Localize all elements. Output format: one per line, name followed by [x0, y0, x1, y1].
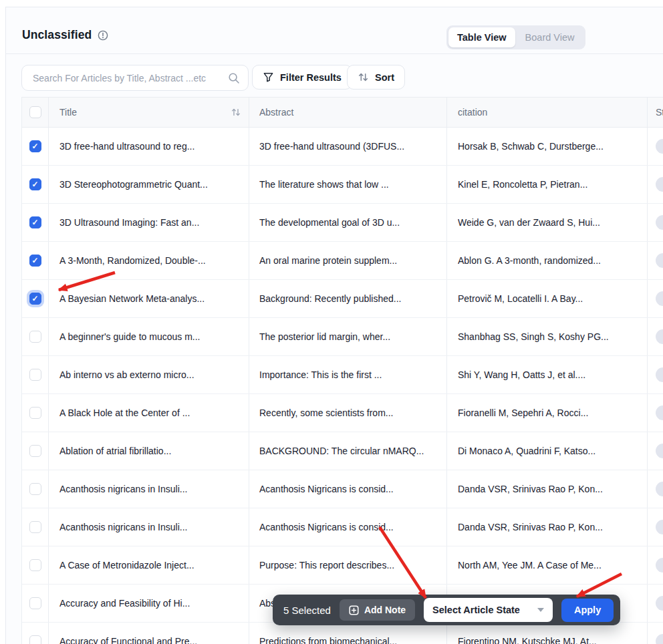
cell-state — [648, 432, 663, 470]
row-checkbox[interactable] — [29, 140, 41, 152]
row-checkbox[interactable] — [29, 597, 41, 609]
state-pill — [656, 558, 663, 573]
view-toggle: Table View Board View — [446, 25, 585, 49]
cell-citation: Ablon G. A 3-month, randomized... — [447, 242, 648, 279]
state-pill — [656, 520, 663, 534]
header-divider — [5, 53, 663, 54]
table-header-row: Title Abstract citation State — [22, 97, 663, 128]
cell-citation: Di Monaco A, Quadrini F, Katso... — [447, 432, 648, 470]
state-pill — [656, 444, 663, 458]
column-header-abstract: Abstract — [259, 107, 293, 118]
cell-title: Accuracy and Feasibility of Hi... — [49, 585, 249, 622]
row-checkbox[interactable] — [29, 559, 41, 571]
table-row[interactable]: 3D Stereophotogrammetric Quant... The li… — [22, 166, 663, 204]
cell-state — [648, 394, 663, 432]
table-row[interactable]: A Black Hole at the Center of ... Recent… — [22, 394, 663, 432]
add-note-label: Add Note — [364, 605, 406, 615]
cell-title: A 3-Month, Randomized, Double-... — [49, 242, 249, 279]
cell-title: Accuracy of Functional and Pre... — [49, 623, 249, 644]
row-checkbox[interactable] — [29, 635, 41, 644]
cell-title: Ab interno vs ab externo micro... — [49, 356, 249, 393]
search-input[interactable] — [31, 72, 228, 84]
tab-table-view[interactable]: Table View — [448, 27, 515, 47]
column-header-state: State — [656, 107, 663, 118]
cell-abstract: Importance: This is the first ... — [249, 356, 447, 393]
table-row[interactable]: A Case of Metronidazole Inject... Purpos… — [22, 546, 663, 585]
table-row[interactable]: 3D free-hand ultrasound to reg... 3D fre… — [22, 128, 663, 166]
chevron-down-icon — [537, 608, 544, 612]
cell-citation: Petrovič M, Locatelli I. A Bay... — [447, 280, 648, 317]
tab-board-view[interactable]: Board View — [517, 27, 583, 47]
table-row[interactable]: A beginner's guide to mucous m... The po… — [22, 318, 663, 356]
cell-citation: Fioranelli M, Sepehri A, Rocci... — [447, 394, 648, 432]
cell-abstract: BACKGROUND: The circular nMARQ... — [249, 432, 447, 470]
state-pill — [656, 177, 663, 192]
state-pill — [656, 215, 663, 230]
table-row[interactable]: Ab interno vs ab externo micro... Import… — [22, 356, 663, 394]
title-sort-icon[interactable] — [231, 107, 241, 118]
row-checkbox[interactable] — [29, 445, 41, 457]
plus-square-icon — [349, 605, 359, 615]
page-title: Unclassified — [22, 28, 92, 42]
state-pill — [656, 482, 663, 496]
table-row[interactable]: Ablation of atrial fibrillatio... BACKGR… — [22, 432, 663, 470]
table-row[interactable]: Acanthosis nigricans in Insuli... Acanth… — [22, 508, 663, 546]
row-checkbox[interactable] — [29, 521, 41, 533]
cell-title: A Case of Metronidazole Inject... — [49, 546, 249, 584]
cell-abstract: Acanthosis Nigricans is consid... — [249, 508, 447, 546]
cell-citation: Weide G, van der Zwaard S, Hui... — [447, 204, 648, 241]
info-circle-icon[interactable] — [98, 30, 108, 41]
page-header: Unclassified — [22, 28, 108, 42]
cell-title: 3D Ultrasound Imaging: Fast an... — [49, 204, 249, 241]
cell-abstract: The developmental goal of 3D u... — [249, 204, 447, 241]
select-article-state-dropdown[interactable]: Select Article State — [424, 598, 553, 622]
cell-citation: Shi Y, Wang H, Oatts J, et al.... — [447, 356, 648, 393]
row-checkbox[interactable] — [29, 407, 41, 419]
table-row[interactable]: A 3-Month, Randomized, Double-... An ora… — [22, 242, 663, 280]
column-header-citation: citation — [458, 107, 487, 118]
select-all-checkbox[interactable] — [29, 106, 41, 118]
cell-abstract: 3D free-hand ultrasound (3DFUS... — [249, 128, 447, 165]
cell-citation: Shanbhag SS, Singh S, Koshy PG... — [447, 318, 648, 355]
cell-state — [648, 508, 663, 546]
apply-button[interactable]: Apply — [561, 599, 614, 622]
row-checkbox[interactable] — [29, 331, 41, 343]
row-checkbox[interactable] — [29, 178, 41, 190]
cell-abstract: An oral marine protein supplem... — [249, 242, 447, 279]
selection-toolbar: 5 Selected Add Note Select Article State… — [273, 595, 620, 625]
sort-button-label: Sort — [375, 72, 394, 83]
cell-citation: Danda VSR, Srinivas Rao P, Kon... — [447, 508, 648, 546]
cell-citation: Fiorentino NM, Kutschke MJ, At... — [447, 623, 648, 644]
state-pill — [656, 406, 663, 420]
table-row[interactable]: Acanthosis nigricans in Insuli... Acanth… — [22, 470, 663, 508]
cell-state — [648, 128, 663, 165]
table-row[interactable]: A Bayesian Network Meta-analys... Backgr… — [22, 280, 663, 318]
cell-title: Acanthosis nigricans in Insuli... — [49, 470, 249, 508]
row-checkbox[interactable] — [29, 293, 41, 305]
search-icon[interactable] — [228, 72, 240, 84]
add-note-button[interactable]: Add Note — [340, 599, 415, 621]
row-checkbox[interactable] — [29, 216, 41, 228]
row-checkbox[interactable] — [29, 369, 41, 381]
table-row[interactable]: Accuracy of Functional and Pre... Predic… — [22, 623, 663, 644]
state-pill — [656, 367, 663, 382]
cell-title: A Bayesian Network Meta-analys... — [49, 280, 249, 317]
cell-state — [648, 318, 663, 355]
cell-abstract: Predictions from biomechanical... — [249, 623, 447, 644]
cell-abstract: Recently, some scientists from... — [249, 394, 447, 432]
cell-title: 3D free-hand ultrasound to reg... — [49, 128, 249, 165]
sort-button[interactable]: Sort — [347, 65, 405, 90]
state-pill — [656, 139, 663, 154]
table-row[interactable]: 3D Ultrasound Imaging: Fast an... The de… — [22, 204, 663, 242]
cell-abstract: Purpose: This report describes... — [249, 546, 447, 584]
up-down-arrows-icon — [358, 71, 369, 83]
row-checkbox[interactable] — [29, 255, 41, 267]
cell-title: A beginner's guide to mucous m... — [49, 318, 249, 355]
state-pill — [656, 596, 663, 611]
cell-state — [648, 356, 663, 393]
row-checkbox[interactable] — [29, 483, 41, 495]
cell-title: 3D Stereophotogrammetric Quant... — [49, 166, 249, 203]
filter-button[interactable]: Filter Results — [252, 65, 352, 90]
articles-table: Title Abstract citation State 3D free-ha… — [21, 97, 663, 644]
cell-state — [648, 242, 663, 279]
